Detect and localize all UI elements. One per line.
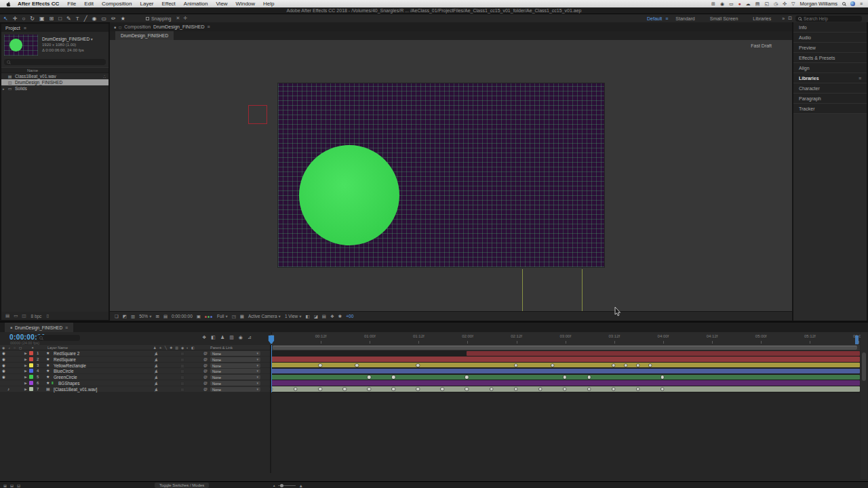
parent-pickwhip-icon[interactable]: @: [203, 351, 208, 356]
menubar-clock-icon[interactable]: ◷: [774, 1, 778, 7]
menu-composition[interactable]: Composition: [102, 1, 132, 7]
menu-file[interactable]: File: [67, 1, 76, 7]
layer-name[interactable]: RedSquare 2: [54, 351, 79, 356]
effect-column-icon[interactable]: ✱: [170, 346, 172, 350]
label-color-swatch[interactable]: [29, 375, 33, 379]
quality-switch[interactable]: ╱: [155, 388, 157, 392]
panel-tab-tracker[interactable]: Tracker: [793, 104, 867, 114]
layer-lane-redsquare[interactable]: [271, 357, 860, 363]
eraser-tool[interactable]: ▭: [101, 15, 106, 22]
video-eye-icon[interactable]: ◉: [2, 369, 5, 373]
expand-caret-icon[interactable]: ▶: [24, 375, 27, 380]
menu-after-effects-cc[interactable]: After Effects CC: [18, 1, 59, 7]
expand-caret-icon[interactable]: ▶: [24, 387, 27, 392]
zoom-in-icon[interactable]: ▲: [298, 483, 302, 488]
switch-box[interactable]: [180, 388, 184, 392]
project-item-class1beat-v01-wav[interactable]: ▤Class1Beat_v01.wav∴: [1, 73, 108, 79]
3d-column-icon[interactable]: ◧: [191, 346, 195, 350]
menubar-user[interactable]: Morgan Williams: [800, 1, 837, 7]
layer-lane-bgshapes[interactable]: [271, 380, 860, 386]
help-search-input[interactable]: Search Help: [795, 16, 862, 22]
menubar-cloud-icon[interactable]: ☁: [746, 1, 751, 7]
pen-tool[interactable]: ✎: [66, 15, 71, 22]
menubar-camera-icon[interactable]: ◉: [720, 1, 724, 7]
layer-lane-yellowrectangle[interactable]: [271, 363, 860, 369]
puppet-pin-tool[interactable]: ★: [121, 15, 125, 22]
hide-shy-icon[interactable]: ♟: [220, 335, 224, 340]
show-channel-icon[interactable]: [205, 314, 213, 319]
view-layout-menu[interactable]: 1 View: [285, 314, 302, 319]
switch-box[interactable]: [180, 375, 184, 380]
menu-edit[interactable]: Edit: [84, 1, 94, 7]
parent-dropdown[interactable]: None: [210, 387, 260, 392]
flowchart-icon[interactable]: ❖: [330, 314, 334, 319]
timeline-tab-drumdesign-finished[interactable]: ■ DrumDesign_FINISHED ≡: [5, 323, 73, 332]
audio-speaker-icon[interactable]: ♪: [7, 387, 9, 392]
label-color-swatch[interactable]: [29, 351, 33, 355]
hand-tool[interactable]: ✛: [13, 15, 18, 22]
project-search-input[interactable]: [4, 59, 106, 65]
snap-features-icon[interactable]: ✛: [183, 16, 187, 21]
pan-behind-tool[interactable]: ⊞: [50, 15, 54, 22]
menubar-shape-icon[interactable]: ▽: [791, 1, 795, 7]
preview-comp-name[interactable]: DrumDesign_FINISHED: [42, 37, 90, 41]
parent-pickwhip-icon[interactable]: @: [203, 387, 208, 392]
label-color-swatch[interactable]: [29, 357, 33, 361]
scrollbar-thumb[interactable]: [862, 352, 866, 381]
pixel-aspect-icon[interactable]: ◧: [306, 314, 310, 319]
layer-duration-bar[interactable]: [271, 380, 860, 385]
green-circle-shape[interactable]: [299, 145, 399, 245]
menu-layer[interactable]: Layer: [140, 1, 154, 7]
selection-tool[interactable]: ↖: [3, 15, 8, 22]
layer-row-redsquare[interactable]: ◉▶2★RedSquare♟☀╱@None: [0, 357, 270, 363]
tab-drumdesign-finished[interactable]: DrumDesign_FINISHED: [115, 31, 174, 40]
type-tool[interactable]: T: [76, 15, 79, 22]
switch-box[interactable]: [180, 364, 184, 368]
menubar-fan-icon[interactable]: ✣: [783, 1, 787, 7]
menubar-display-icon[interactable]: ▭: [729, 1, 734, 7]
panel-menu-icon[interactable]: ≡: [24, 26, 26, 30]
window-titlebar[interactable]: Adobe After Effects CC 2018 - /Volumes/4…: [0, 7, 868, 14]
timeline-search-input[interactable]: [37, 335, 80, 341]
video-eye-icon[interactable]: ◉: [2, 363, 5, 368]
expand-caret-icon[interactable]: ▶: [24, 351, 27, 356]
menubar-airplay-icon[interactable]: ◱: [764, 1, 769, 7]
expand-caret-icon[interactable]: ▶: [24, 381, 27, 386]
layer-name[interactable]: RedSquare: [54, 357, 76, 362]
mini-flowchart-icon[interactable]: ❖: [202, 335, 206, 340]
parent-pickwhip-icon[interactable]: @: [203, 369, 208, 373]
zoom-tool[interactable]: ○: [22, 15, 25, 22]
video-column-icon[interactable]: ◉: [2, 346, 5, 350]
parent-dropdown[interactable]: None: [210, 363, 260, 368]
tab-project[interactable]: Project: [5, 26, 20, 30]
parent-pickwhip-icon[interactable]: @: [203, 357, 208, 362]
layer-name[interactable]: YellowRectangle: [54, 363, 86, 368]
region-of-interest-icon[interactable]: ◳: [232, 314, 236, 319]
fast-previews-icon[interactable]: ◪: [314, 314, 318, 319]
label-column-icon[interactable]: ✦: [31, 346, 34, 350]
layer-lane-redsquare-2[interactable]: [271, 350, 860, 357]
switch-box[interactable]: [180, 358, 184, 362]
menu-window[interactable]: Window: [236, 1, 255, 7]
layer-name[interactable]: GreenCircle: [54, 375, 77, 380]
clone-stamp-tool[interactable]: ◉: [92, 15, 96, 22]
solo-column-icon[interactable]: ○: [14, 346, 16, 350]
menu-view[interactable]: View: [216, 1, 227, 7]
label-color-swatch[interactable]: [29, 381, 33, 385]
parent-dropdown[interactable]: None: [210, 351, 260, 356]
menu-help[interactable]: Help: [263, 1, 274, 7]
zoom-slider-knob[interactable]: [280, 484, 283, 487]
panel-menu-icon[interactable]: ≡: [859, 76, 861, 81]
project-item-drumdesign-finished[interactable]: ◫DrumDesign_FINISHED: [1, 79, 108, 85]
spotlight-search-icon[interactable]: [842, 2, 846, 5]
switch-box[interactable]: [180, 352, 184, 356]
always-preview-icon[interactable]: ❏: [115, 314, 119, 319]
layer-duration-bar[interactable]: [271, 369, 860, 373]
layer-name[interactable]: BGShapes: [58, 381, 79, 386]
collapse-column-icon[interactable]: ☀: [159, 346, 161, 350]
expand-caret-icon[interactable]: ▶: [24, 357, 27, 362]
camera-menu[interactable]: Active Camera: [248, 314, 281, 319]
timeline-button-icon[interactable]: ▤: [322, 314, 326, 319]
parent-link-column-header[interactable]: Parent & Link: [210, 346, 233, 350]
panel-tab-info[interactable]: Info: [793, 22, 867, 33]
